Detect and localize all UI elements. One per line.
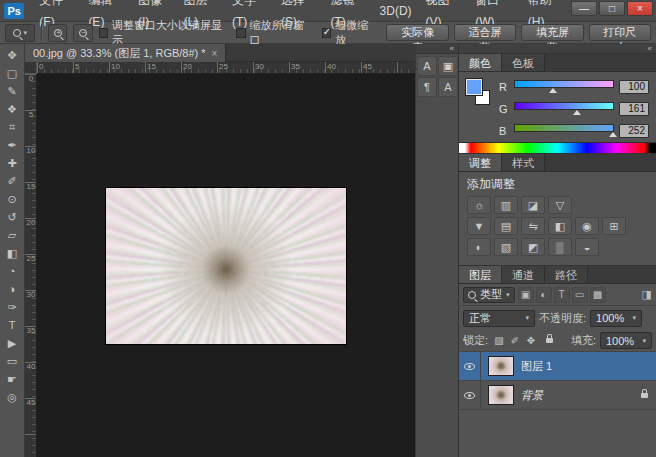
black-white-adjustment-icon[interactable]: ◧ <box>548 217 572 235</box>
brightness-contrast-adjustment-icon[interactable]: ☼ <box>467 196 491 214</box>
filter-adjustment-layers-icon[interactable]: ◐ <box>536 287 552 303</box>
curves-adjustment-icon[interactable]: ◪ <box>521 196 545 214</box>
layer-row[interactable]: 图层 1 <box>459 352 656 381</box>
fill-dropdown[interactable]: 100% ▾ <box>600 332 652 349</box>
channel-value[interactable]: 100 <box>619 80 649 94</box>
channel-mixer-adjustment-icon[interactable]: ⊞ <box>602 217 626 235</box>
visibility-toggle[interactable] <box>459 381 481 409</box>
zoom-preset-button[interactable]: 实际像素 <box>386 24 448 41</box>
channel-slider[interactable] <box>514 80 614 93</box>
vibrance-adjustment-icon[interactable]: ▼ <box>467 217 491 235</box>
minimize-button[interactable]: — <box>571 1 597 16</box>
channel-value[interactable]: 161 <box>619 102 649 116</box>
slider-thumb[interactable] <box>609 132 617 137</box>
lock-position-icon[interactable]: ✥ <box>524 334 538 348</box>
zoom-in-button[interactable]: + <box>48 24 67 42</box>
healing-brush-tool[interactable]: ✚ <box>0 154 25 172</box>
dock-collapse-header[interactable]: « <box>416 44 458 54</box>
option-checkbox[interactable]: 缩放所有窗口 <box>236 18 312 48</box>
layer-name[interactable]: 背景 <box>521 388 543 403</box>
layer-filter-kind-dropdown[interactable]: 类型 ▾ <box>463 287 515 303</box>
layer-thumbnail[interactable] <box>488 385 514 405</box>
slider-thumb[interactable] <box>549 88 557 93</box>
panel-tab[interactable]: 样式 <box>502 154 545 171</box>
clone-stamp-tool[interactable]: ⊙ <box>0 190 25 208</box>
path-selection-tool[interactable]: ▶ <box>0 334 25 352</box>
zoom-preset-button[interactable]: 打印尺寸 <box>589 24 651 41</box>
menu-item[interactable]: 3D(D) <box>373 0 419 22</box>
opacity-dropdown[interactable]: 100% ▾ <box>590 310 642 327</box>
filter-type-layers-icon[interactable]: T <box>554 287 570 303</box>
eyedropper-tool[interactable]: ✒ <box>0 136 25 154</box>
photo-filter-adjustment-icon[interactable]: ◉ <box>575 217 599 235</box>
pen-tool[interactable]: ✑ <box>0 298 25 316</box>
brush-tool[interactable]: ✐ <box>0 172 25 190</box>
panel-tab[interactable]: 通道 <box>502 266 545 283</box>
zoom-out-button[interactable]: − <box>73 24 92 42</box>
visibility-toggle[interactable] <box>459 352 481 380</box>
filter-toggle-icon[interactable]: ◨ <box>642 288 652 301</box>
zoom-preset-button[interactable]: 适合屏幕 <box>454 24 516 41</box>
foreground-color-swatch[interactable] <box>466 79 482 95</box>
move-tool[interactable]: ✥ <box>0 46 25 64</box>
quick-selection-tool[interactable]: ❖ <box>0 100 25 118</box>
close-button[interactable]: × <box>627 1 653 16</box>
channel-slider[interactable] <box>514 124 614 137</box>
option-checkbox[interactable]: 细微缩放 <box>322 18 377 48</box>
channel-slider[interactable] <box>514 102 614 115</box>
tab-close-icon[interactable]: × <box>212 48 218 59</box>
checkbox-box[interactable] <box>236 28 246 38</box>
levels-adjustment-icon[interactable]: ▥ <box>494 196 518 214</box>
zoom-tool-preset[interactable]: ▾ <box>5 24 35 42</box>
layer-name[interactable]: 图层 1 <box>521 359 552 374</box>
shape-tool[interactable]: ▭ <box>0 352 25 370</box>
lock-transparent-pixels-icon[interactable]: ▨ <box>492 334 506 348</box>
layer-row[interactable]: 背景 <box>459 381 656 410</box>
panel-tab[interactable]: 调整 <box>459 154 502 171</box>
posterize-adjustment-icon[interactable]: ▧ <box>494 238 518 256</box>
panel-tab[interactable]: 路径 <box>545 266 588 283</box>
eraser-tool[interactable]: ▱ <box>0 226 25 244</box>
channel-value[interactable]: 252 <box>619 124 649 138</box>
blend-mode-dropdown[interactable]: 正常 ▾ <box>463 310 535 327</box>
threshold-adjustment-icon[interactable]: ◩ <box>521 238 545 256</box>
clone-source-panel-icon[interactable]: ▣ <box>438 56 458 76</box>
color-spectrum-ramp[interactable] <box>459 142 656 153</box>
zoom-preset-button[interactable]: 填充屏幕 <box>521 24 583 41</box>
filter-pixel-layers-icon[interactable]: ▣ <box>518 287 534 303</box>
invert-adjustment-icon[interactable]: ◐ <box>467 238 491 256</box>
horizontal-ruler[interactable]: 051015202530354045 <box>37 62 415 74</box>
blur-tool[interactable]: ◔ <box>0 262 25 280</box>
maximize-button[interactable]: □ <box>599 1 625 16</box>
filter-shape-layers-icon[interactable]: ▭ <box>572 287 588 303</box>
canvas-pasteboard[interactable] <box>37 74 415 457</box>
type-tool[interactable]: T <box>0 316 25 334</box>
dock-collapse-header[interactable]: « <box>459 44 656 54</box>
history-brush-tool[interactable]: ↺ <box>0 208 25 226</box>
vertical-ruler[interactable]: 051015202530354045 <box>25 74 37 457</box>
panel-tab[interactable]: 色板 <box>502 54 545 71</box>
ruler-origin-corner[interactable] <box>25 62 37 74</box>
slider-thumb[interactable] <box>573 110 581 115</box>
marquee-tool[interactable]: ▢ <box>0 64 25 82</box>
color-balance-adjustment-icon[interactable]: ⇋ <box>521 217 545 235</box>
gradient-tool[interactable]: ◧ <box>0 244 25 262</box>
hand-tool[interactable]: ☛ <box>0 370 25 388</box>
document-tab[interactable]: 00.jpg @ 33.3% (图层 1, RGB/8#) * × <box>25 44 226 62</box>
canvas-image[interactable] <box>106 188 346 344</box>
dodge-tool[interactable]: ◑ <box>0 280 25 298</box>
option-checkbox[interactable]: 调整窗口大小以满屏显示 <box>99 18 227 48</box>
gradient-map-adjustment-icon[interactable]: ▒ <box>548 238 572 256</box>
character-panel-icon[interactable]: A <box>417 56 437 76</box>
layer-thumbnail[interactable] <box>488 356 514 376</box>
lock-all-icon[interactable] <box>542 334 556 348</box>
lock-image-pixels-icon[interactable]: ✐ <box>508 334 522 348</box>
selective-color-adjustment-icon[interactable]: ◒ <box>575 238 599 256</box>
hue-saturation-adjustment-icon[interactable]: ▤ <box>494 217 518 235</box>
panel-tab[interactable]: 颜色 <box>459 54 502 71</box>
checkbox-box[interactable] <box>322 28 332 38</box>
crop-tool[interactable]: ⌗ <box>0 118 25 136</box>
panel-tab[interactable]: 图层 <box>459 266 502 283</box>
lasso-tool[interactable]: ✎ <box>0 82 25 100</box>
character-styles-panel-icon[interactable]: A <box>438 77 458 97</box>
